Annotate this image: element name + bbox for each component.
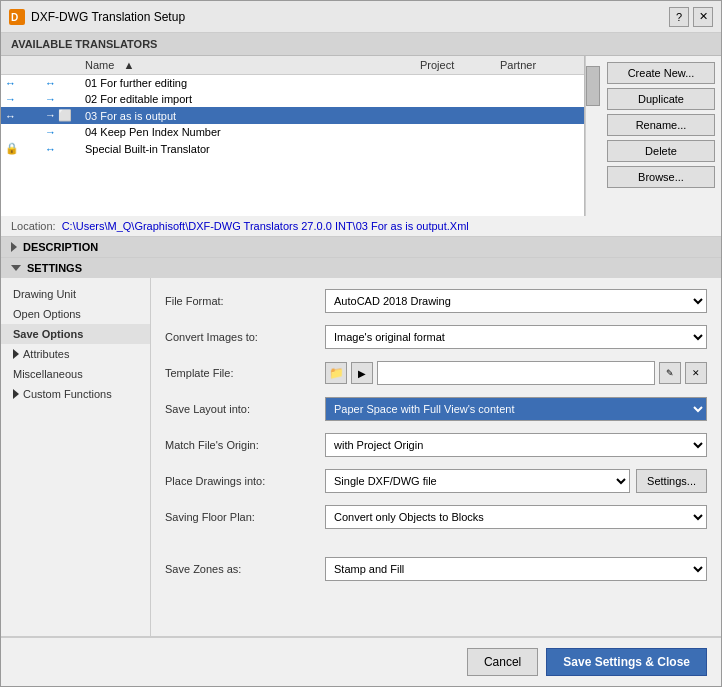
arrow1-row2: → bbox=[5, 93, 45, 105]
col-name: Name ▲ bbox=[85, 59, 420, 71]
list-header: Name ▲ Project Partner bbox=[1, 56, 584, 75]
place-drawings-row: Place Drawings into: Single DXF/DWG file… bbox=[165, 468, 707, 494]
name-row3: 03 For as is output bbox=[85, 110, 420, 122]
template-file-control: 📁 ▶ ✎ ✕ bbox=[325, 361, 707, 385]
translator-row-3[interactable]: ↔ → ⬜ 03 For as is output bbox=[1, 107, 584, 124]
custom-functions-arrow-icon bbox=[13, 389, 19, 399]
save-zones-select[interactable]: Stamp and Fill Stamp only Fill only bbox=[325, 557, 707, 581]
nav-drawing-unit[interactable]: Drawing Unit bbox=[1, 284, 150, 304]
nav-open-options-label: Open Options bbox=[13, 308, 81, 320]
nav-custom-functions[interactable]: Custom Functions bbox=[1, 384, 150, 404]
save-settings-close-button[interactable]: Save Settings & Close bbox=[546, 648, 707, 676]
settings-label: SETTINGS bbox=[27, 262, 82, 274]
location-bar: Location: C:\Users\M_Q\Graphisoft\DXF-DW… bbox=[1, 216, 721, 237]
translator-row-5[interactable]: 🔒 ↔ Special Built-in Translator bbox=[1, 140, 584, 157]
arrow2-row5: ↔ bbox=[45, 143, 85, 155]
match-origin-control: with Project Origin with User Origin bbox=[325, 433, 707, 457]
saving-floor-plan-control: Convert only Objects to Blocks Convert a… bbox=[325, 505, 707, 529]
title-bar-text: DXF-DWG Translation Setup bbox=[31, 10, 669, 24]
col-arrow2 bbox=[45, 59, 85, 71]
template-file-label: Template File: bbox=[165, 367, 325, 379]
file-format-label: File Format: bbox=[165, 295, 325, 307]
place-drawings-select[interactable]: Single DXF/DWG file Multiple DXF/DWG fil… bbox=[325, 469, 630, 493]
delete-button[interactable]: Delete bbox=[607, 140, 715, 162]
saving-floor-plan-row: Saving Floor Plan: Convert only Objects … bbox=[165, 504, 707, 530]
convert-images-row: Convert Images to: Image's original form… bbox=[165, 324, 707, 350]
description-section: DESCRIPTION bbox=[1, 237, 721, 258]
list-scrollbar[interactable] bbox=[585, 56, 601, 216]
file-format-select[interactable]: AutoCAD 2018 Drawing AutoCAD 2013 Drawin… bbox=[325, 289, 707, 313]
attributes-arrow-icon bbox=[13, 349, 19, 359]
translator-action-buttons: Create New... Duplicate Rename... Delete… bbox=[601, 56, 721, 216]
save-layout-select[interactable]: Paper Space with Full View's content Mod… bbox=[325, 397, 707, 421]
save-zones-label: Save Zones as: bbox=[165, 563, 325, 575]
nav-save-options[interactable]: Save Options bbox=[1, 324, 150, 344]
dialog-window: D DXF-DWG Translation Setup ? ✕ AVAILABL… bbox=[0, 0, 722, 687]
template-arrow-btn[interactable]: ▶ bbox=[351, 362, 373, 384]
arrow2-row1: ↔ bbox=[45, 77, 85, 89]
translators-list: Name ▲ Project Partner ↔ ↔ 01 For furthe… bbox=[1, 56, 585, 216]
close-button[interactable]: ✕ bbox=[693, 7, 713, 27]
form-spacer bbox=[165, 540, 707, 556]
translator-row-4[interactable]: → 04 Keep Pen Index Number bbox=[1, 124, 584, 140]
location-path: C:\Users\M_Q\Graphisoft\DXF-DWG Translat… bbox=[62, 220, 469, 232]
rename-button[interactable]: Rename... bbox=[607, 114, 715, 136]
browse-button[interactable]: Browse... bbox=[607, 166, 715, 188]
nav-miscellaneous-label: Miscellaneous bbox=[13, 368, 83, 380]
match-origin-select[interactable]: with Project Origin with User Origin bbox=[325, 433, 707, 457]
description-label: DESCRIPTION bbox=[23, 241, 98, 253]
place-drawings-input-row: Single DXF/DWG file Multiple DXF/DWG fil… bbox=[325, 469, 707, 493]
file-format-control: AutoCAD 2018 Drawing AutoCAD 2013 Drawin… bbox=[325, 289, 707, 313]
arrow2b-row3: ⬜ bbox=[58, 109, 72, 122]
nav-open-options[interactable]: Open Options bbox=[1, 304, 150, 324]
translator-row-1[interactable]: ↔ ↔ 01 For further editing bbox=[1, 75, 584, 91]
save-layout-label: Save Layout into: bbox=[165, 403, 325, 415]
translator-row-2[interactable]: → → 02 For editable import bbox=[1, 91, 584, 107]
arrow2-row2: → bbox=[45, 93, 85, 105]
template-clear-btn[interactable]: ✕ bbox=[685, 362, 707, 384]
save-zones-row: Save Zones as: Stamp and Fill Stamp only… bbox=[165, 556, 707, 582]
saving-floor-plan-select[interactable]: Convert only Objects to Blocks Convert a… bbox=[325, 505, 707, 529]
title-bar-controls: ? ✕ bbox=[669, 7, 713, 27]
template-folder-btn[interactable]: 📁 bbox=[325, 362, 347, 384]
arrow1-row3: ↔ bbox=[5, 110, 45, 122]
col-project: Project bbox=[420, 59, 500, 71]
col-arrow1 bbox=[5, 59, 45, 71]
app-icon: D bbox=[9, 9, 25, 25]
svg-text:D: D bbox=[11, 12, 18, 23]
scrollbar-thumb bbox=[586, 66, 600, 106]
saving-floor-plan-label: Saving Floor Plan: bbox=[165, 511, 325, 523]
arrow1-row1: ↔ bbox=[5, 77, 45, 89]
create-new-button[interactable]: Create New... bbox=[607, 62, 715, 84]
template-file-input-row: 📁 ▶ ✎ ✕ bbox=[325, 361, 707, 385]
lock-icon-row5: 🔒 bbox=[5, 142, 45, 155]
translators-rows: ↔ ↔ 01 For further editing → → 02 For ed… bbox=[1, 75, 584, 205]
save-layout-row: Save Layout into: Paper Space with Full … bbox=[165, 396, 707, 422]
convert-images-select[interactable]: Image's original format BMP JPEG PNG bbox=[325, 325, 707, 349]
description-header[interactable]: DESCRIPTION bbox=[1, 237, 721, 257]
convert-images-label: Convert Images to: bbox=[165, 331, 325, 343]
nav-miscellaneous[interactable]: Miscellaneous bbox=[1, 364, 150, 384]
translators-body: Name ▲ Project Partner ↔ ↔ 01 For furthe… bbox=[1, 56, 721, 216]
place-drawings-settings-btn[interactable]: Settings... bbox=[636, 469, 707, 493]
match-origin-row: Match File's Origin: with Project Origin… bbox=[165, 432, 707, 458]
template-edit-btn[interactable]: ✎ bbox=[659, 362, 681, 384]
footer-bar: Cancel Save Settings & Close bbox=[1, 637, 721, 686]
place-drawings-control: Single DXF/DWG file Multiple DXF/DWG fil… bbox=[325, 469, 707, 493]
settings-content: Drawing Unit Open Options Save Options A… bbox=[1, 278, 721, 636]
save-layout-control: Paper Space with Full View's content Mod… bbox=[325, 397, 707, 421]
description-collapse-icon bbox=[11, 242, 17, 252]
title-bar: D DXF-DWG Translation Setup ? ✕ bbox=[1, 1, 721, 33]
convert-images-control: Image's original format BMP JPEG PNG bbox=[325, 325, 707, 349]
settings-header[interactable]: SETTINGS bbox=[1, 258, 721, 278]
nav-attributes-label: Attributes bbox=[23, 348, 69, 360]
nav-attributes[interactable]: Attributes bbox=[1, 344, 150, 364]
cancel-button[interactable]: Cancel bbox=[467, 648, 538, 676]
help-button[interactable]: ? bbox=[669, 7, 689, 27]
arrow2a-row3: → bbox=[45, 109, 56, 122]
template-file-input[interactable] bbox=[377, 361, 655, 385]
settings-collapse-icon bbox=[11, 265, 21, 271]
duplicate-button[interactable]: Duplicate bbox=[607, 88, 715, 110]
name-row2: 02 For editable import bbox=[85, 93, 420, 105]
arrow2-row4: → bbox=[45, 126, 85, 138]
